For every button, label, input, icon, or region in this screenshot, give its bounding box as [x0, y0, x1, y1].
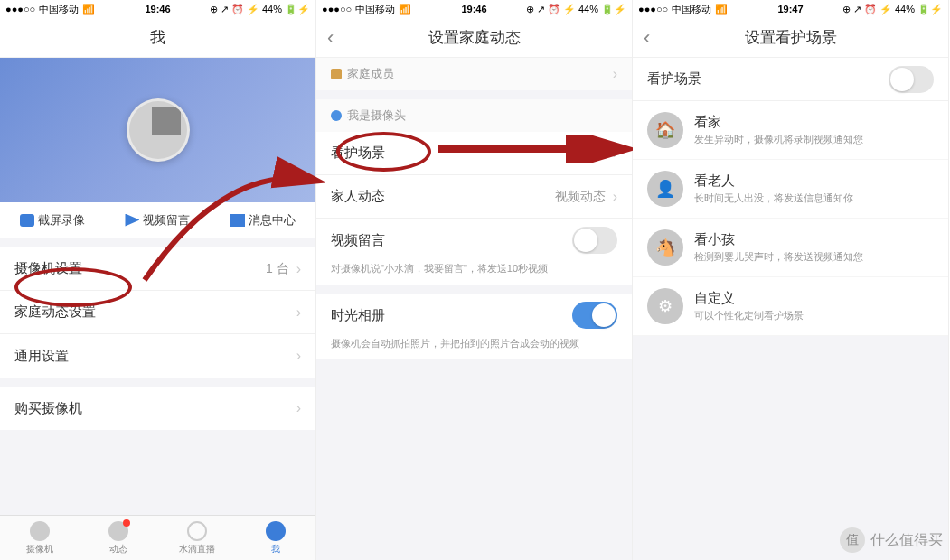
- scene-row[interactable]: ⚙ 自定义 可以个性化定制看护场景: [633, 277, 948, 336]
- signal-icon: ●●●○○: [638, 4, 668, 14]
- status-time: 19:46: [145, 4, 170, 14]
- activity-tab-icon: [108, 521, 128, 541]
- tab-label: 动态: [109, 543, 127, 555]
- mail-icon: [230, 214, 245, 227]
- status-time: 19:47: [777, 4, 803, 14]
- nav-bar: ‹ 设置看护场景: [633, 18, 948, 58]
- content-area: 摄像机设置 1 台› 家庭动态设置 › 通用设置 › 购买摄像机 ›: [0, 238, 315, 560]
- page-title: 设置看护场景: [745, 27, 837, 48]
- section-header-members[interactable]: 家庭成员 ›: [316, 58, 632, 90]
- battery-label: 44%: [895, 4, 915, 14]
- screen-family-settings: ●●●○○ 中国移动 📶 19:46 ⊕ ↗ ⏰ ⚡ 44% 🔋⚡ ‹ 设置家庭…: [316, 0, 633, 560]
- scene-icon: 👤: [647, 171, 683, 207]
- camera-tab-icon: [30, 521, 50, 541]
- nav-icon: ⊕ ↗ ⏰ ⚡: [526, 4, 576, 15]
- scene-desc: 发生异动时，摄像机将录制视频通知您: [694, 133, 934, 146]
- action-label: 消息中心: [249, 212, 296, 229]
- tab-label: 摄像机: [26, 543, 53, 555]
- nav-bar: ‹ 设置家庭动态: [316, 18, 632, 58]
- tab-activity[interactable]: 动态: [79, 516, 157, 560]
- cell-family-activity[interactable]: 家人动态 视频动态›: [316, 175, 632, 219]
- cell-general-settings[interactable]: 通用设置 ›: [0, 334, 315, 378]
- camera-icon: [20, 214, 34, 227]
- chevron-right-icon: ›: [613, 145, 617, 162]
- back-button[interactable]: ‹: [644, 26, 650, 50]
- section-label: 我是摄像头: [347, 107, 406, 124]
- cell-description: 对摄像机说"小水滴，我要留言"，将发送10秒视频: [316, 262, 632, 285]
- scene-row[interactable]: 🏠 看家 发生异动时，摄像机将录制视频通知您: [633, 101, 948, 160]
- cell-value: 视频动态: [555, 189, 606, 205]
- page-title: 设置家庭动态: [428, 27, 521, 48]
- carrier-label: 中国移动: [39, 3, 79, 16]
- cell-label: 摄像机设置: [14, 260, 82, 277]
- toggle-time-album[interactable]: [572, 302, 617, 329]
- cell-label: 购买摄像机: [14, 400, 82, 417]
- tab-me[interactable]: 我: [237, 516, 315, 560]
- action-label: 截屏录像: [38, 212, 85, 229]
- action-video-msg[interactable]: 视频留言: [105, 202, 210, 238]
- live-tab-icon: [187, 521, 207, 541]
- wifi-icon: 📶: [399, 4, 411, 15]
- toggle-video-msg[interactable]: [572, 227, 617, 254]
- cell-value: 1 台: [266, 261, 289, 277]
- signal-icon: ●●●○○: [5, 4, 35, 14]
- scene-icon: 🐴: [647, 229, 683, 266]
- battery-label: 44%: [262, 4, 282, 14]
- wifi-icon: 📶: [715, 4, 728, 15]
- back-button[interactable]: ‹: [327, 26, 334, 50]
- scene-desc: 可以个性化定制看护场景: [694, 309, 934, 322]
- action-messages[interactable]: 消息中心: [211, 202, 315, 238]
- cell-camera-settings[interactable]: 摄像机设置 1 台›: [0, 247, 315, 291]
- tab-live[interactable]: 水滴直播: [158, 516, 237, 560]
- chevron-right-icon: ›: [296, 348, 301, 364]
- avatar[interactable]: [127, 98, 190, 162]
- tab-bar: 摄像机 动态 水滴直播 我: [0, 515, 315, 560]
- action-label: 视频留言: [143, 212, 190, 229]
- scene-row[interactable]: 👤 看老人 长时间无人出没，将发送信息通知你: [633, 160, 948, 219]
- content-area: 家庭成员 › 我是摄像头 看护场景 未开启› 家人动态 视频动态› 视频留言 对…: [316, 58, 632, 560]
- scene-desc: 检测到婴儿哭声时，将发送视频通知您: [694, 250, 934, 264]
- nav-icon: ⊕ ↗ ⏰ ⚡: [842, 4, 892, 15]
- status-bar: ●●●○○ 中国移动 📶 19:46 ⊕ ↗ ⏰ ⚡ 44% 🔋⚡: [0, 0, 315, 18]
- action-screenshot[interactable]: 截屏录像: [0, 202, 105, 238]
- nav-icon: ⊕ ↗ ⏰ ⚡: [210, 4, 259, 15]
- scene-title: 看家: [694, 114, 934, 131]
- cell-video-msg[interactable]: 视频留言: [316, 219, 632, 262]
- cell-care-scene[interactable]: 看护场景 未开启›: [316, 132, 632, 175]
- chevron-right-icon: ›: [296, 261, 301, 277]
- battery-icon: 🔋⚡: [917, 4, 943, 15]
- status-time: 19:46: [461, 4, 486, 14]
- cell-family-settings[interactable]: 家庭动态设置 ›: [0, 291, 315, 334]
- watermark: 值 什么值得买: [840, 527, 943, 553]
- me-tab-icon: [266, 521, 286, 541]
- cell-label: 看护场景: [647, 70, 701, 88]
- scene-title: 看老人: [694, 173, 934, 190]
- toggle-care-scene[interactable]: [889, 66, 934, 93]
- content-area: 看护场景 🏠 看家 发生异动时，摄像机将录制视频通知您 👤 看老人 长时间无人出…: [633, 58, 948, 560]
- cell-label: 通用设置: [14, 348, 69, 365]
- play-icon: [125, 214, 139, 227]
- battery-label: 44%: [578, 4, 598, 14]
- chevron-right-icon: ›: [296, 304, 301, 321]
- action-row: 截屏录像 视频留言 消息中心: [0, 202, 315, 238]
- scene-row[interactable]: 🐴 看小孩 检测到婴儿哭声时，将发送视频通知您: [633, 219, 948, 277]
- signal-icon: ●●●○○: [322, 4, 352, 14]
- page-title: 我: [150, 27, 165, 48]
- screen-profile: ●●●○○ 中国移动 📶 19:46 ⊕ ↗ ⏰ ⚡ 44% 🔋⚡ 我 截屏录像…: [0, 0, 316, 560]
- chevron-right-icon: ›: [613, 189, 617, 205]
- cell-time-album[interactable]: 时光相册: [316, 294, 632, 337]
- cell-buy-camera[interactable]: 购买摄像机 ›: [0, 387, 315, 430]
- carrier-label: 中国移动: [672, 3, 711, 16]
- watermark-badge-icon: 值: [840, 527, 865, 553]
- status-bar: ●●●○○ 中国移动 📶 19:47 ⊕ ↗ ⏰ ⚡ 44% 🔋⚡: [633, 0, 948, 18]
- cell-label: 家人动态: [331, 188, 385, 205]
- tab-camera[interactable]: 摄像机: [0, 516, 79, 560]
- cell-value: 未开启: [568, 145, 606, 162]
- profile-header[interactable]: [0, 58, 315, 202]
- section-label: 家庭成员: [347, 66, 394, 82]
- scene-icon: 🏠: [647, 112, 683, 148]
- cell-label: 时光相册: [331, 307, 385, 324]
- cell-care-toggle[interactable]: 看护场景: [633, 58, 948, 101]
- tab-label: 水滴直播: [179, 543, 215, 555]
- person-icon: [331, 69, 342, 79]
